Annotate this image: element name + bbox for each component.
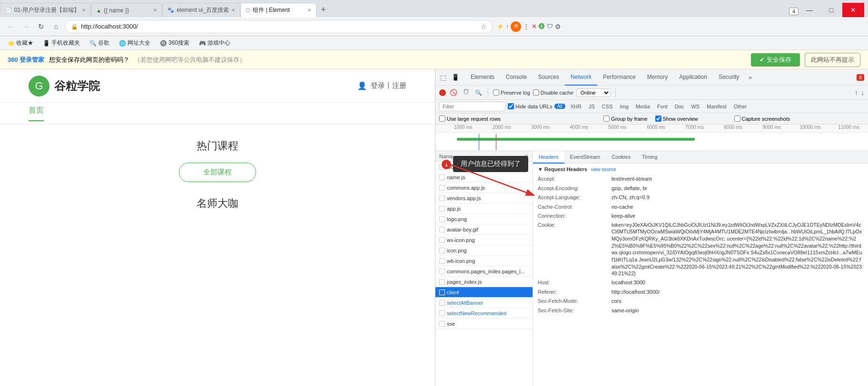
tab-01-frontend[interactable]: 📄 01-用户登录注册【前端】 ✕ xyxy=(0,3,91,17)
inspect-element-icon[interactable]: ⬚ xyxy=(437,72,449,83)
tab-close-1[interactable]: ✕ xyxy=(82,8,86,13)
filter-css[interactable]: CSS xyxy=(599,103,616,110)
record-button[interactable] xyxy=(439,89,446,96)
show-overview-checkbox[interactable]: Show overview xyxy=(655,116,698,122)
group-by-frame-checkbox[interactable]: Group by frame xyxy=(603,116,647,122)
tab-element-active[interactable]: ⬡ 组件 | Element ✕ xyxy=(240,3,316,17)
hide-data-urls-checkbox[interactable]: Hide data URLs xyxy=(508,103,552,109)
home-button[interactable]: ⌂ xyxy=(49,20,63,33)
win-close-btn[interactable]: ✕ xyxy=(842,3,864,17)
detail-tab-timing[interactable]: Timing xyxy=(636,151,663,164)
capture-screenshots-checkbox[interactable]: Capture screenshots xyxy=(734,116,790,122)
filter-manifest[interactable]: Manifest xyxy=(703,103,730,110)
extension-icon-1[interactable]: ⚡ xyxy=(497,23,504,30)
net-row-appjs[interactable]: app.js xyxy=(435,203,533,214)
filter-xhr[interactable]: XHR xyxy=(567,103,585,110)
view-source-link[interactable]: view source xyxy=(591,167,616,172)
bookmark-sites[interactable]: 🌐 网址大全 xyxy=(115,38,154,48)
win-maximize-btn[interactable]: □ xyxy=(820,3,842,17)
net-row-logo[interactable]: logo.png xyxy=(435,214,533,224)
net-row-selectnew[interactable]: selectNewRecommended xyxy=(435,308,533,318)
tab-application[interactable]: Application xyxy=(673,69,713,86)
export-button[interactable]: ↓ xyxy=(861,89,864,96)
tab-console[interactable]: Console xyxy=(500,69,533,86)
clear-button[interactable]: 🚫 xyxy=(449,88,458,97)
browser-menu-icon[interactable]: ⋮ xyxy=(523,23,530,30)
tab-performance[interactable]: Performance xyxy=(597,69,641,86)
disable-cache-checkbox[interactable]: Disable cache xyxy=(533,89,573,96)
net-row-vendors[interactable]: vendors.app.js xyxy=(435,193,533,203)
filter-font[interactable]: Font xyxy=(654,103,671,110)
filter-ws[interactable]: WS xyxy=(688,103,703,110)
net-row-avatar[interactable]: avatar-boy.gif xyxy=(435,224,533,235)
bookmark-mobile[interactable]: 📱 手机收藏夹 xyxy=(39,38,84,48)
tab-elements[interactable]: Elements xyxy=(465,69,500,86)
row-checkbox xyxy=(439,185,445,191)
back-button[interactable]: ← xyxy=(4,20,17,33)
net-row-wx[interactable]: wx-icon.png xyxy=(435,235,533,245)
extension-icon-2[interactable]: ↑ xyxy=(506,23,509,30)
tab-close-4[interactable]: ✕ xyxy=(307,8,311,13)
toolbar-separator-2 xyxy=(615,88,616,97)
bookmark-star-icon[interactable]: ☆ xyxy=(481,23,487,30)
bookmark-360search[interactable]: 🔘 360搜索 xyxy=(156,38,193,48)
filter-img[interactable]: Img xyxy=(616,103,631,110)
tab-sources[interactable]: Sources xyxy=(533,69,565,86)
row-checkbox xyxy=(439,300,445,306)
search-icon[interactable]: 🔍 xyxy=(473,88,483,97)
net-row-commons[interactable]: commons.app.js xyxy=(435,183,533,193)
filter-input[interactable] xyxy=(439,102,506,111)
filter-js[interactable]: JS xyxy=(585,103,598,110)
all-filter-badge[interactable]: All xyxy=(554,104,565,109)
settings-icon[interactable]: ⚙ xyxy=(555,23,561,30)
tab-name[interactable]: ▲ {{ name }} ✕ xyxy=(91,3,162,17)
net-row-commons-pages[interactable]: commons.pages_index.pages_i... xyxy=(435,266,533,277)
net-row-sse[interactable]: sse xyxy=(435,318,533,329)
extension-green-icon[interactable]: 🅐 xyxy=(539,23,545,30)
forward-button[interactable]: → xyxy=(19,20,32,33)
filter-media[interactable]: Media xyxy=(632,103,653,110)
preserve-log-checkbox[interactable]: Preserve log xyxy=(493,89,530,96)
address-input-wrap[interactable]: 🔒 http://localhost:3000/ ☆ xyxy=(65,20,493,33)
net-row-namejs[interactable]: name.js xyxy=(435,172,533,183)
bookmark-favorites[interactable]: ⭐ 收藏★ xyxy=(4,38,37,48)
net-row-icon[interactable]: icon.png xyxy=(435,245,533,256)
throttle-select[interactable]: Online Fast 3G Slow 3G Offline xyxy=(576,88,611,97)
tab-memory[interactable]: Memory xyxy=(641,69,673,86)
filter-doc[interactable]: Doc xyxy=(671,103,688,110)
dt-more-button[interactable]: » xyxy=(745,69,756,86)
bookmark-games[interactable]: 🎮 游戏中心 xyxy=(195,38,234,48)
all-courses-button[interactable]: 全部课程 xyxy=(179,163,256,182)
refresh-button[interactable]: ↻ xyxy=(34,20,48,33)
detail-tab-eventstream[interactable]: EventStream xyxy=(564,151,606,164)
save-password-button[interactable]: ✔ 安全保存 xyxy=(751,53,800,67)
extension-360-icon[interactable]: 弗 xyxy=(511,21,521,32)
extension-shield-icon[interactable]: 🛡 xyxy=(547,23,553,30)
row-checkbox xyxy=(439,216,445,222)
header-val: http://localhost:3000/ xyxy=(612,288,660,296)
large-rows-checkbox[interactable]: Use large request rows xyxy=(439,116,501,122)
net-row-selectallbanner[interactable]: selectAllBanner xyxy=(435,298,533,308)
import-button[interactable]: ↑ xyxy=(855,89,858,96)
menu-item-home[interactable]: 首页 xyxy=(29,106,44,121)
tab-element-search[interactable]: 🐾 element ui_百度搜索 ✕ xyxy=(162,3,240,17)
tab-close-3[interactable]: ✕ xyxy=(231,8,235,13)
header-val: gzip, deflate, br xyxy=(612,184,647,193)
bookmark-google[interactable]: 🔍 谷歌 xyxy=(86,38,113,48)
detail-tab-cookies[interactable]: Cookies xyxy=(606,151,636,164)
win-minimize-btn[interactable]: — xyxy=(799,3,820,17)
net-row-client[interactable]: client xyxy=(435,287,533,298)
detail-tab-headers[interactable]: Headers xyxy=(533,151,564,164)
net-row-wb[interactable]: wb-icon.png xyxy=(435,256,533,266)
extension-x-icon[interactable]: ✕ xyxy=(532,23,537,30)
device-toolbar-icon[interactable]: 📱 xyxy=(450,72,461,83)
tab-close-2[interactable]: ✕ xyxy=(153,8,157,13)
tab-network[interactable]: Network xyxy=(565,69,597,86)
net-row-pages-index[interactable]: pages_index.js xyxy=(435,277,533,287)
tab-security[interactable]: Security xyxy=(713,69,745,86)
row-text: name.js xyxy=(447,174,465,180)
new-tab-button[interactable]: + xyxy=(316,3,330,16)
filter-other[interactable]: Other xyxy=(730,103,750,110)
filter-icon[interactable]: ⛉ xyxy=(461,88,471,97)
dismiss-password-button[interactable]: 此网站不再提示 xyxy=(805,53,860,67)
